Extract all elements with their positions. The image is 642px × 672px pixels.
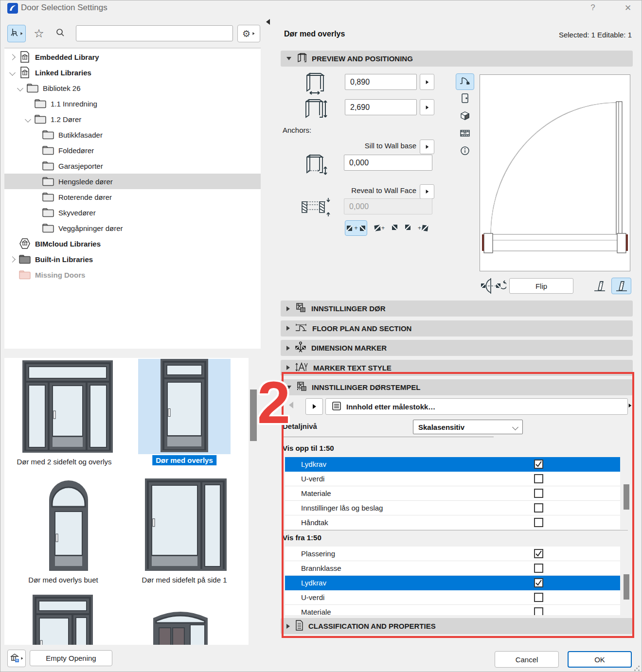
tree-item-label: 1.2 Dører	[51, 115, 81, 124]
library-part-button[interactable]	[7, 650, 26, 667]
section-preview-positioning[interactable]: PREVIEW AND POSITIONING	[281, 51, 633, 67]
door-thumbnail-partial-5[interactable]	[150, 599, 211, 645]
scale-prev-arrow-icon[interactable]	[289, 402, 293, 408]
checklist-row-u-verdi[interactable]: U-verdi	[285, 472, 620, 486]
close-button[interactable]: ✕	[621, 1, 635, 14]
elevation-view-button[interactable]	[456, 91, 474, 107]
door-plan-preview[interactable]	[480, 74, 630, 271]
anchor-option-both-button[interactable]: +	[345, 220, 367, 236]
settings-button[interactable]: ⚙	[237, 25, 260, 42]
thumbnail-scrollbar-thumb[interactable]	[250, 389, 257, 441]
anchor-option-4-button[interactable]	[405, 224, 411, 232]
section-classification[interactable]: CLASSIFICATION AND PROPERTIES	[281, 618, 633, 634]
checkbox[interactable]	[534, 518, 543, 527]
checklist-row-u-verdi[interactable]: U-verdi	[285, 590, 620, 605]
tree-item-bimcloud-libraries[interactable]: BIMcloud Libraries	[4, 236, 261, 251]
anchor-option-3-button[interactable]	[392, 224, 398, 232]
object-type-button[interactable]	[7, 25, 26, 42]
checkbox-checked[interactable]	[534, 578, 543, 587]
help-button[interactable]: ?	[586, 1, 600, 14]
height-flyout-button[interactable]	[420, 99, 434, 115]
list1-scrollbar-thumb[interactable]	[624, 484, 629, 510]
tree-item-embedded-library[interactable]: Embedded Library	[4, 49, 261, 65]
tree-item-1-1-innredning[interactable]: 1.1 Innredning	[4, 96, 261, 111]
checkbox[interactable]	[534, 607, 543, 615]
info-button[interactable]	[456, 143, 474, 160]
chevron-down-icon[interactable]	[25, 116, 31, 123]
mirror-icon[interactable]	[479, 276, 506, 298]
tree-item-label: Built-in Libraries	[35, 255, 93, 264]
chevron-down-icon[interactable]	[17, 85, 23, 91]
checkbox[interactable]	[534, 474, 543, 483]
sill-flyout-button[interactable]	[420, 140, 434, 154]
chevron-right-icon[interactable]	[9, 256, 16, 263]
3d-view-button[interactable]	[456, 108, 474, 125]
list2-scrollbar-thumb[interactable]	[624, 574, 629, 600]
anchor-option-5-button[interactable]: +	[418, 225, 428, 231]
anchor-option-2-button[interactable]: +	[374, 225, 385, 231]
checkbox-checked[interactable]	[534, 549, 543, 558]
flip-button[interactable]: Flip	[509, 278, 573, 294]
door-thumbnail-d-r-med-overlys-buet[interactable]	[43, 478, 94, 572]
scale-overflow-arrow-icon[interactable]	[629, 404, 632, 407]
width-input[interactable]	[345, 74, 417, 90]
search-button[interactable]	[51, 25, 70, 42]
sill-value-input[interactable]	[344, 155, 432, 171]
checkbox[interactable]	[534, 564, 543, 573]
door-thumbnail-d-r-med-overlys[interactable]	[138, 359, 231, 454]
checkbox[interactable]	[534, 489, 543, 498]
checklist-row-lydkrav[interactable]: Lydkrav	[285, 457, 620, 472]
checklist-row-brannklasse[interactable]: Brannklasse	[285, 561, 620, 576]
section-door-stamp[interactable]: INNSTILLINGER DØRSTEMPEL	[281, 379, 633, 395]
door-thumbnail-d-r-med-sidefelt-p-side-1[interactable]	[142, 478, 230, 572]
checklist-row-innstillinger-l-s-og-beslag[interactable]: Innstillinger lås og beslag	[285, 501, 620, 515]
jamb-side-b-button[interactable]	[611, 278, 631, 294]
tree-item-butikkfasader[interactable]: Butikkfasader	[4, 127, 261, 142]
tree-item-missing-doors[interactable]: Missing Doors	[4, 267, 261, 283]
tree-item-vegg-pninger-d-rer[interactable]: Veggåpninger dører	[4, 220, 261, 236]
checklist-row-materiale[interactable]: Materiale	[285, 486, 620, 501]
tree-item-bibliotek-26[interactable]: Bibliotek 26	[4, 80, 261, 96]
tree-item-1-2-d-rer[interactable]: 1.2 Dører	[4, 111, 261, 127]
tree-item-linked-libraries[interactable]: Linked Libraries	[4, 65, 261, 80]
scale-next-button[interactable]	[305, 398, 323, 415]
checkbox[interactable]	[534, 503, 543, 513]
tree-item-built-in-libraries[interactable]: Built-in Libraries	[4, 251, 261, 267]
section-innstillinger-d-r[interactable]: INNSTILLINGER DØR	[281, 301, 633, 317]
search-input[interactable]	[76, 25, 233, 41]
checklist-label: Materiale	[301, 489, 331, 497]
empty-opening-button[interactable]: Empty Opening	[30, 650, 112, 666]
height-input[interactable]	[345, 99, 417, 115]
tree-item-roterende-d-rer[interactable]: Roterende dører	[4, 189, 261, 205]
tree-item-hengslede-d-rer[interactable]: Hengslede dører	[4, 174, 261, 189]
section-dimension-marker[interactable]: DIMENSION MARKER	[281, 340, 633, 356]
preview-media-button[interactable]	[456, 126, 474, 142]
checkbox[interactable]	[534, 593, 543, 602]
door-thumbnail-d-r-med-2-sidefelt-og-overlys[interactable]	[19, 360, 116, 456]
detail-level-dropdown[interactable]: Skalasensitiv	[413, 420, 523, 434]
content-by-scale-button[interactable]: Innhold etter målestokk…	[325, 398, 628, 415]
checklist-row-plassering[interactable]: Plassering	[285, 547, 620, 561]
section-marker-text-style[interactable]: MARKER TEXT STYLE	[281, 360, 633, 376]
checklist-row-h-ndtak[interactable]: Håndtak	[285, 515, 620, 530]
tree-item-garasjeporter[interactable]: Garasjeporter	[4, 158, 261, 174]
chevron-right-icon[interactable]	[9, 54, 16, 60]
checklist-row-lydkrav[interactable]: Lydkrav	[285, 576, 620, 590]
section-floor-plan-and-section[interactable]: FLOOR PLAN AND SECTION	[281, 320, 633, 336]
checklist-row-materiale[interactable]: Materiale	[285, 605, 620, 615]
tree-item-skyved-rer[interactable]: Skyvedører	[4, 205, 261, 220]
ok-button[interactable]: OK	[568, 651, 632, 668]
tree-item-folded-rer[interactable]: Foldedører	[4, 142, 261, 158]
checkbox-checked[interactable]	[534, 460, 543, 469]
favorites-button[interactable]: ☆	[30, 25, 48, 42]
jamb-side-a-button[interactable]	[589, 278, 609, 294]
cancel-button[interactable]: Cancel	[495, 651, 559, 668]
chair-flyout-arrow-icon	[20, 32, 22, 35]
width-flyout-button[interactable]	[420, 74, 434, 90]
resize-grip[interactable]	[634, 665, 640, 672]
panel-collapse-arrow-icon[interactable]	[266, 19, 270, 25]
plan-view-button[interactable]	[456, 73, 474, 90]
chevron-down-icon[interactable]	[9, 70, 16, 76]
door-thumbnail-partial-4[interactable]	[31, 595, 94, 645]
reveal-flyout-button[interactable]	[420, 184, 434, 199]
